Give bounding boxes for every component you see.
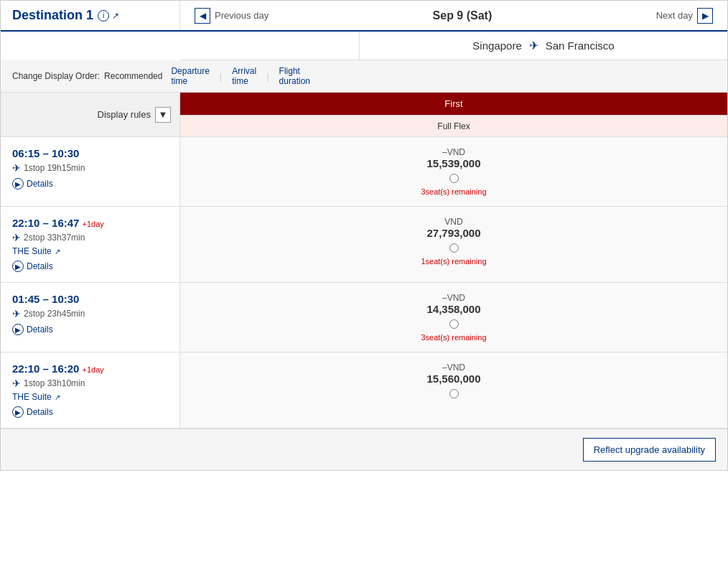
flight-left-2: 22:10 – 16:47 +1day ✈ 2stop 33h37min THE… [1, 207, 180, 282]
flight-price-4: –VND 15,560,000 [180, 352, 727, 428]
route-inner: Singapore ✈ San Francisco [360, 32, 727, 60]
details-btn-4[interactable]: ▶ Details [12, 406, 168, 418]
price-amount-3: 14,358,000 [192, 303, 716, 315]
price-amount-1: 15,539,000 [192, 157, 716, 169]
display-rules-label: Display rules [98, 109, 151, 120]
flight-stops-2: ✈ 2stop 33h37min [12, 232, 168, 243]
seats-remaining-3: 3seat(s) remaining [192, 333, 716, 342]
details-arrow-icon-4: ▶ [12, 406, 24, 418]
route-bar: Singapore ✈ San Francisco [180, 32, 727, 60]
details-btn-1[interactable]: ▶ Details [12, 178, 168, 190]
page-wrapper: Destination 1 i ↗ ◀ Previous day Sep 9 (… [0, 0, 728, 471]
display-rules-dropdown[interactable]: ▼ [155, 107, 171, 123]
info-icon[interactable]: i [98, 10, 109, 22]
next-day-label: Next day [656, 10, 693, 21]
flight-price-1: –VND 15,539,000 3seat(s) remaining [180, 137, 727, 206]
details-label-2: Details [27, 261, 53, 271]
flight-stops-3: ✈ 2stop 23h45min [12, 308, 168, 319]
page-title: Destination 1 [12, 8, 93, 23]
details-arrow-icon-2: ▶ [12, 261, 24, 272]
price-prefix-1: –VND [192, 147, 716, 157]
sort-current: Recommended [104, 71, 162, 81]
right-col-headers: First Full Flex [180, 93, 727, 137]
col-header-top: First [180, 93, 727, 116]
sort-bar: Change Display Order: Recommended Depart… [1, 60, 727, 93]
left-col: Display rules ▼ [1, 93, 180, 137]
price-radio-1[interactable] [449, 174, 459, 183]
route-arrow-icon: ✈ [529, 39, 538, 52]
flight-suite-4[interactable]: THE Suite ↗ [12, 392, 168, 402]
destination-city: San Francisco [546, 39, 615, 52]
details-label-4: Details [27, 407, 53, 417]
details-arrow-icon-3: ▶ [12, 324, 24, 335]
flight-left-4: 22:10 – 16:20 +1day ✈ 1stop 33h10min THE… [1, 352, 180, 428]
price-radio-2[interactable] [449, 243, 459, 253]
table-row: 06:15 – 10:30 ✈ 1stop 19h15min ▶ Details… [1, 137, 727, 207]
details-label-1: Details [27, 179, 53, 189]
seats-remaining-2: 1seat(s) remaining [192, 257, 716, 266]
flight-price-3: –VND 14,358,000 3seat(s) remaining [180, 283, 727, 352]
flight-times-2: 22:10 – 16:47 +1day [12, 217, 168, 229]
next-arrow[interactable]: ▶ [697, 8, 713, 24]
prev-day-nav[interactable]: ◀ Previous day [195, 8, 269, 24]
flights-list: 06:15 – 10:30 ✈ 1stop 19h15min ▶ Details… [1, 137, 727, 429]
header-left: Destination 1 i ↗ [1, 1, 180, 30]
footer: Reflect upgrade availability [1, 429, 727, 470]
main-content: Display rules ▼ First Full Flex [1, 93, 727, 137]
seats-remaining-1: 3seat(s) remaining [192, 187, 716, 196]
table-row: 22:10 – 16:20 +1day ✈ 1stop 33h10min THE… [1, 352, 727, 429]
table-row: 22:10 – 16:47 +1day ✈ 2stop 33h37min THE… [1, 207, 727, 283]
prev-arrow[interactable]: ◀ [195, 8, 210, 24]
flight-stops-4: ✈ 1stop 33h10min [12, 378, 168, 389]
sort-departure[interactable]: Departuretime [171, 66, 209, 86]
plane-icon-3: ✈ [12, 308, 21, 319]
plane-icon-2: ✈ [12, 232, 21, 243]
details-btn-3[interactable]: ▶ Details [12, 324, 168, 335]
reflect-upgrade-button[interactable]: Reflect upgrade availability [583, 438, 716, 462]
price-prefix-2: VND [192, 217, 716, 227]
price-amount-2: 27,793,000 [192, 227, 716, 239]
prev-day-label: Previous day [215, 10, 269, 21]
flight-price-2: VND 27,793,000 1seat(s) remaining [180, 207, 727, 282]
display-rules-row: Display rules ▼ [1, 93, 179, 137]
current-date: Sep 9 (Sat) [433, 9, 493, 22]
origin-city: Singapore [472, 39, 521, 52]
flight-left-1: 06:15 – 10:30 ✈ 1stop 19h15min ▶ Details [1, 137, 180, 206]
flight-times-4: 22:10 – 16:20 +1day [12, 362, 168, 375]
next-day-nav[interactable]: Next day ▶ [656, 8, 713, 24]
flight-suite-2[interactable]: THE Suite ↗ [12, 246, 168, 256]
external-link-icon[interactable]: ↗ [112, 11, 119, 21]
col-header-sub: Full Flex [180, 116, 727, 137]
price-amount-4: 15,560,000 [192, 373, 716, 385]
details-arrow-icon-1: ▶ [12, 178, 24, 190]
price-prefix-4: –VND [192, 362, 716, 373]
plane-icon-1: ✈ [12, 162, 21, 174]
suite-link-icon-4: ↗ [55, 393, 60, 401]
price-prefix-3: –VND [192, 293, 716, 303]
header-wrapper: Destination 1 i ↗ ◀ Previous day Sep 9 (… [1, 1, 727, 32]
flight-times-1: 06:15 – 10:30 [12, 147, 168, 159]
flight-stops-1: ✈ 1stop 19h15min [12, 162, 168, 174]
header-nav: ◀ Previous day Sep 9 (Sat) Next day ▶ [180, 1, 727, 30]
table-row: 01:45 – 10:30 ✈ 2stop 23h45min ▶ Details… [1, 283, 727, 352]
suite-link-icon-2: ↗ [55, 248, 60, 256]
price-radio-4[interactable] [449, 389, 459, 398]
details-btn-2[interactable]: ▶ Details [12, 261, 168, 272]
price-radio-3[interactable] [449, 319, 459, 329]
sort-bar-label: Change Display Order: [12, 71, 100, 81]
flight-left-3: 01:45 – 10:30 ✈ 2stop 23h45min ▶ Details [1, 283, 180, 352]
plane-icon-4: ✈ [12, 378, 21, 389]
details-label-3: Details [27, 324, 53, 335]
sort-arrival[interactable]: Arrivaltime [232, 66, 256, 86]
flight-times-3: 01:45 – 10:30 [12, 293, 168, 305]
sort-flight-duration[interactable]: Flightduration [279, 66, 310, 86]
